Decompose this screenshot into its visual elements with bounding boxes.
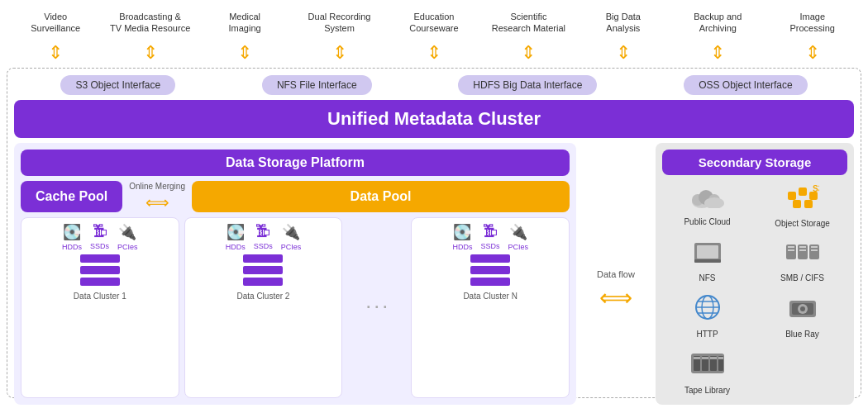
arrow-4: ⇕ [292, 42, 386, 64]
server-stack-1 [80, 254, 120, 287]
svg-rect-8 [793, 200, 801, 208]
smb-cifs-label: SMB / CIFS [780, 273, 824, 282]
rack-2a [243, 254, 283, 263]
arrow-1: ⇕ [8, 42, 103, 64]
object-storage-item: S3 Object Storage [757, 180, 847, 231]
svg-rect-18 [788, 249, 794, 251]
clusterN-label: Data Cluster N [463, 292, 517, 301]
tape-library-item: Tape Library [662, 347, 752, 398]
svg-rect-13 [694, 259, 721, 263]
rack-nb [470, 266, 510, 274]
data-pool: Data Pool [192, 181, 570, 212]
smb-cifs-item: SMB / CIFS [757, 236, 847, 286]
hdd-icon-1: 💽 HDDs [62, 223, 82, 251]
data-flow-section: Data flow ⟺ [583, 143, 649, 405]
server-stack-n [470, 254, 510, 287]
rack-na [470, 254, 510, 263]
nfs-interface: NFS File Interface [262, 75, 372, 95]
arrow-9: ⇕ [765, 42, 860, 64]
nfs-label: NFS [699, 273, 716, 282]
rack-1c [80, 278, 120, 286]
data-cluster-n: 💽 HDDs 🗜 SSDs 🔌 PCIes [411, 217, 570, 398]
arrow-7: ⇕ [576, 42, 670, 64]
cluster2-icons: 💽 HDDs 🗜 SSDs 🔌 PCIes [226, 223, 302, 251]
nfs-item: NFS [662, 236, 752, 286]
server-stack-2 [243, 254, 283, 287]
tape-library-label: Tape Library [684, 386, 730, 395]
use-case-medical: MedicalImaging [198, 11, 292, 35]
secondary-grid: Public Cloud S3 Object Storage [662, 180, 847, 398]
unified-metadata-cluster: Unified Metadata Cluster [14, 100, 854, 138]
svg-text:S3: S3 [813, 184, 819, 193]
use-case-backup: Backup andArchiving [670, 11, 765, 35]
secondary-storage-section: Secondary Storage Public Cloud [656, 143, 854, 405]
data-storage-title: Data Storage Platform [21, 150, 570, 176]
cache-pool: Cache Pool [21, 181, 122, 212]
http-icon [694, 294, 721, 326]
cluster1-label: Data Cluster 1 [74, 292, 126, 301]
data-cluster-1: 💽 HDDs 🗜 SSDs 🔌 PCIes [21, 217, 179, 398]
arrow-6: ⇕ [481, 42, 575, 64]
hdd-icon-2: 💽 HDDs [226, 223, 246, 251]
svg-rect-21 [811, 246, 818, 248]
pcie-icon-2: 🔌 PCIes [281, 223, 302, 251]
cluster2-label: Data Cluster 2 [237, 292, 290, 301]
secondary-storage-title: Secondary Storage [662, 150, 847, 175]
clusters-row: 💽 HDDs 🗜 SSDs 🔌 PCIes [21, 217, 570, 398]
merge-arrows-icon: ⟺ [145, 192, 169, 212]
use-case-bigdata: Big DataAnalysis [576, 11, 670, 35]
blue-ray-item: Blue Ray [757, 291, 847, 342]
svg-rect-22 [811, 249, 818, 251]
svg-rect-12 [697, 245, 718, 259]
rack-nc [470, 278, 510, 286]
ssd-icon-1: 🗜 SSDs [90, 223, 109, 251]
pcie-icon-1: 🔌 PCIes [117, 223, 138, 251]
blue-ray-label: Blue Ray [785, 330, 819, 339]
content-area: Data Storage Platform Cache Pool Online … [14, 143, 854, 405]
svg-rect-37 [694, 357, 700, 359]
cluster-dots: · · · [347, 217, 406, 398]
pcie-icon-n: 🔌 PCIes [508, 223, 528, 251]
arrow-2: ⇕ [103, 42, 197, 64]
cluster1-icons: 💽 HDDs 🗜 SSDs 🔌 PCIes [62, 223, 138, 251]
data-flow-label: Data flow [597, 269, 635, 279]
use-case-scientific: ScientificResearch Material [481, 11, 575, 35]
arrow-8: ⇕ [670, 42, 765, 64]
object-storage-icon: S3 [786, 183, 819, 216]
top-use-case-bar: VideoSurveillance Broadcasting &TV Media… [0, 0, 868, 40]
http-item: HTTP [662, 291, 752, 342]
clusterN-icons: 💽 HDDs 🗜 SSDs 🔌 PCIes [452, 223, 528, 251]
main-container: S3 Object Interface NFS File Interface H… [7, 68, 861, 398]
svg-point-31 [800, 306, 805, 311]
svg-rect-19 [799, 246, 806, 248]
interface-row: S3 Object Interface NFS File Interface H… [14, 75, 854, 95]
smb-cifs-icon [785, 240, 821, 270]
oss-interface: OSS Object Interface [684, 75, 807, 95]
rack-2c [243, 278, 283, 286]
nfs-icon [691, 240, 724, 270]
http-label: HTTP [696, 330, 718, 339]
arrow-3: ⇕ [198, 42, 292, 64]
public-cloud-label: Public Cloud [684, 217, 730, 226]
blue-ray-icon [788, 294, 818, 326]
public-cloud-icon [689, 185, 726, 214]
tape-library-icon [689, 350, 726, 382]
data-flow-arrows-icon: ⟺ [599, 284, 632, 311]
use-case-education: EducationCourseware [387, 11, 481, 35]
s3-interface: S3 Object Interface [60, 75, 175, 95]
svg-rect-6 [799, 188, 807, 196]
svg-rect-38 [702, 357, 708, 359]
data-storage-section: Data Storage Platform Cache Pool Online … [14, 143, 576, 405]
svg-rect-9 [804, 200, 813, 208]
data-cluster-2: 💽 HDDs 🗜 SSDs 🔌 PCIes [184, 217, 343, 398]
use-case-image: ImageProcessing [765, 11, 860, 35]
svg-rect-5 [788, 192, 796, 200]
use-case-video: VideoSurveillance [8, 11, 103, 35]
svg-rect-20 [799, 249, 806, 251]
svg-rect-17 [788, 246, 794, 248]
use-case-dual: Dual RecordingSystem [292, 11, 386, 35]
svg-rect-39 [710, 357, 717, 359]
rack-2b [243, 266, 283, 274]
ssd-icon-n: 🗜 SSDs [480, 223, 499, 251]
online-merging: Online Merging ⟺ [129, 182, 185, 212]
